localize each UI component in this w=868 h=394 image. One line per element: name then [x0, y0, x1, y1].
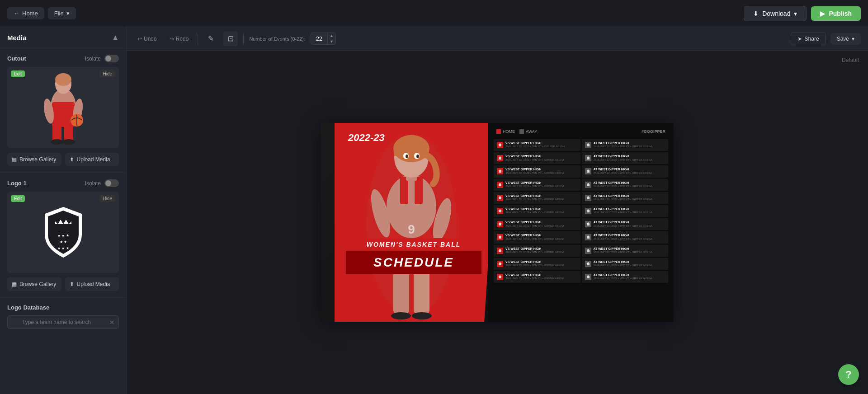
download-button[interactable]: ⬇ Download ▾ [744, 6, 807, 21]
gallery-icon: ▦ [12, 156, 17, 163]
event-logo-icon [497, 234, 503, 240]
logo1-edit-badge[interactable]: Edit [11, 195, 25, 202]
event-logo-icon [585, 234, 591, 240]
search-clear-icon[interactable]: ✕ [109, 319, 114, 326]
event-details: JANUARY 22, 2023 • 7PM CT • GIPPER ARENA [505, 211, 577, 215]
share-button[interactable]: ➤ Share [791, 33, 826, 45]
cutout-hide-badge[interactable]: Hide [99, 70, 115, 77]
event-text: AT WEST GIPPER HIGH JANUARY 22, 2023 • 7… [594, 141, 665, 149]
undo-button[interactable]: ↩ Undo [134, 34, 160, 44]
svg-point-28 [406, 155, 408, 158]
pen-tool-button[interactable]: ✎ [203, 32, 218, 46]
events-decrement-button[interactable]: ▼ [328, 39, 335, 45]
schedule-event: AT WEST GIPPER HIGH JANUARY 22, 2023 • 7… [582, 271, 669, 283]
logo-database-section: Logo Database 🔍 ✕ [0, 298, 126, 335]
events-label: Number of Events (0-22): [249, 36, 305, 42]
publish-button[interactable]: ▶ Publish [811, 6, 861, 21]
event-text: VS WEST GIPPER HIGH JANUARY 22, 2023 • 7… [505, 220, 577, 228]
event-text: VS WEST GIPPER HIGH JANUARY 22, 2023 • 7… [505, 155, 577, 162]
design-canvas[interactable]: 2022-23 [321, 123, 674, 322]
schedule-event: AT WEST GIPPER HIGH JANUARY 22, 2023 • 7… [582, 179, 669, 191]
event-title: VS WEST GIPPER HIGH [505, 181, 577, 185]
year-text: 2022-23 [348, 132, 385, 144]
event-text: AT WEST GIPPER HIGH JANUARY 22, 2023 • 7… [594, 273, 665, 281]
toolbar-separator-2 [243, 33, 244, 44]
event-title: VS WEST GIPPER HIGH [505, 194, 577, 198]
event-details: JANUARY 22, 2023 • 7PM CT • GIPPER ARENA [505, 238, 577, 241]
event-title: VS WEST GIPPER HIGH [505, 247, 577, 251]
event-text: VS WEST GIPPER HIGH JANUARY 22, 2023 • 7… [505, 168, 577, 175]
event-details: JANUARY 22, 2023 • 7PM CT • GIPPER ARENA [594, 277, 665, 281]
select-tool-button[interactable]: ⊡ [223, 32, 238, 46]
schedule-event: VS WEST GIPPER HIGH JANUARY 22, 2023 • 7… [494, 139, 580, 151]
event-details: JANUARY 22, 2023 • 7PM CT • GIPPER ARENA [594, 159, 665, 162]
event-title: AT WEST GIPPER HIGH [594, 155, 665, 158]
event-details: JANUARY 22, 2023 • 7PM CT • GIPPER ARENA [594, 198, 665, 202]
logo1-section: Logo 1 Isolate Edit Hide ★ ★ ★ ★ ★ [0, 173, 126, 298]
event-details: JANUARY 22, 2023 • 7PM CT • GIPPER ARENA [594, 145, 665, 149]
download-label: Download [762, 10, 790, 17]
schedule-event: VS WEST GIPPER HIGH JANUARY 22, 2023 • 7… [494, 258, 580, 270]
schedule-legend: HOME AWAY [496, 129, 537, 134]
event-text: VS WEST GIPPER HIGH JANUARY 22, 2023 • 7… [505, 260, 577, 267]
logo1-isolate-label: Isolate [85, 180, 101, 187]
event-text: VS WEST GIPPER HIGH JANUARY 22, 2023 • 7… [505, 181, 577, 188]
logo-search-input[interactable] [7, 315, 119, 329]
share-label: Share [805, 36, 819, 42]
home-button[interactable]: ← Home [7, 7, 44, 19]
events-input[interactable] [311, 33, 327, 44]
cutout-isolate-toggle[interactable] [104, 55, 119, 62]
toolbar: ↩ Undo ↪ Redo ✎ ⊡ Number of Events (0-22… [127, 27, 868, 51]
logo1-upload-button[interactable]: ⬆ Upload Media [65, 277, 119, 291]
legend-away: AWAY [519, 129, 537, 134]
download-chevron-icon: ▾ [794, 10, 797, 17]
svg-point-2 [55, 73, 71, 86]
undo-label: Undo [144, 36, 157, 42]
event-details: JANUARY 22, 2023 • 7PM CT • GIPPER ARENA [505, 172, 577, 175]
logo1-isolate-toggle[interactable] [104, 179, 119, 187]
player-area: 9 [344, 125, 479, 319]
hashtag-text: #GOGIPPER [642, 129, 665, 134]
file-button[interactable]: File ▾ [48, 7, 76, 19]
event-title: AT WEST GIPPER HIGH [594, 181, 665, 185]
logo1-title: Logo 1 [7, 180, 27, 187]
legend-home-dot [496, 129, 501, 134]
home-label: Home [22, 10, 38, 17]
sidebar-header: Media ▲ [0, 27, 126, 48]
cutout-upload-button[interactable]: ⬆ Upload Media [65, 153, 119, 166]
svg-point-31 [412, 312, 432, 319]
player-image: 9 [344, 125, 479, 319]
logo1-isolate-row: Isolate [85, 179, 119, 187]
event-logo-icon [497, 274, 503, 280]
logo1-header: Logo 1 Isolate [7, 179, 119, 187]
event-details: JANUARY 22, 2023 • 7PM CT • GIPPER ARENA [594, 264, 665, 267]
event-details: JANUARY 22, 2023 • 7PM CT • GIPPER ARENA [505, 225, 577, 228]
player-cutout-image [36, 70, 90, 145]
toolbar-right: ➤ Share Save ▾ [791, 33, 861, 45]
cutout-edit-badge[interactable]: Edit [11, 70, 25, 77]
save-button[interactable]: Save ▾ [830, 33, 861, 45]
event-details: JANUARY 22, 2023 • 7PM CT • GIPPER ARENA [594, 185, 665, 188]
event-text: VS WEST GIPPER HIGH JANUARY 22, 2023 • 7… [505, 141, 577, 149]
home-icon: ← [14, 10, 19, 17]
logo1-browse-label: Browse Gallery [19, 281, 56, 287]
help-button[interactable]: ? [838, 364, 859, 385]
logo1-browse-gallery-button[interactable]: ▦ Browse Gallery [7, 277, 61, 291]
cutout-browse-gallery-button[interactable]: ▦ Browse Gallery [7, 153, 61, 166]
nav-right: ⬇ Download ▾ ▶ Publish [744, 6, 861, 21]
event-text: AT WEST GIPPER HIGH JANUARY 22, 2023 • 7… [594, 247, 665, 254]
event-details: JANUARY 22, 2023 • 7PM CT • GIPPER ARENA [594, 211, 665, 215]
events-increment-button[interactable]: ▲ [328, 33, 335, 39]
publish-icon: ▶ [820, 10, 825, 17]
event-title: AT WEST GIPPER HIGH [594, 273, 665, 277]
file-label: File [54, 10, 64, 17]
logo-db-title: Logo Database [7, 304, 119, 311]
logo1-hide-badge[interactable]: Hide [99, 195, 115, 202]
event-details: JANUARY 22, 2023 • 7PM CT • GIPPER ARENA [505, 264, 577, 267]
schedule-event: AT WEST GIPPER HIGH JANUARY 22, 2023 • 7… [582, 258, 669, 270]
svg-text:9: 9 [408, 222, 415, 236]
event-logo-icon [497, 221, 503, 227]
logo1-btn-row: ▦ Browse Gallery ⬆ Upload Media [7, 277, 119, 291]
redo-button[interactable]: ↪ Redo [166, 34, 193, 44]
sidebar-collapse-icon[interactable]: ▲ [112, 33, 119, 42]
